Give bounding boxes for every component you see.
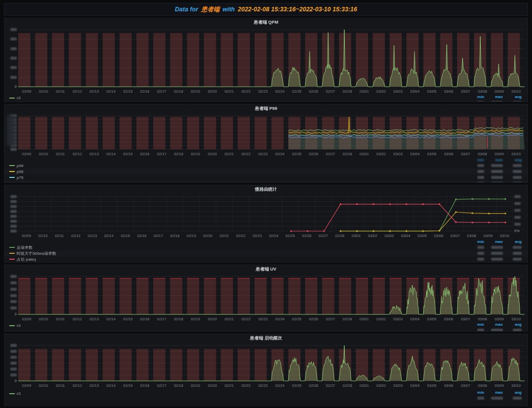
legend-dash (9, 393, 15, 394)
legend-item[interactable]: c1 (9, 391, 21, 396)
stats-block: minmaxavg (466, 322, 522, 331)
x-tick-label: 02/23 (255, 89, 271, 94)
legend-label: c1 (17, 391, 21, 396)
stat-cell (503, 170, 522, 173)
y-tick-label-blurred (514, 216, 521, 219)
stat-cell (484, 170, 503, 173)
legend-row[interactable]: 占比 (ratio) (4, 256, 528, 262)
x-tick-label: 02/21 (221, 152, 237, 156)
x-tick-label: 02/17 (153, 152, 170, 156)
y-tick-label-blurred (10, 306, 17, 309)
stat-cell (503, 258, 522, 261)
y-tick-label-blurred (10, 28, 17, 31)
stats-headers: minmaxavg (4, 238, 528, 244)
stat-cell (503, 329, 522, 331)
x-tick-label: 02/28 (332, 234, 348, 238)
stat-cell (503, 176, 522, 179)
x-tick-label: 03/03 (390, 152, 406, 156)
x-tick-label: 02/10 (34, 234, 51, 238)
x-tick-label: 02/26 (305, 152, 322, 156)
x-tick-label: 03/03 (390, 383, 406, 388)
x-tick-label: 02/20 (204, 317, 221, 321)
stat-value-blurred (491, 246, 503, 249)
x-tick-label: 03/06 (440, 89, 457, 94)
legend: minmaxavg总请求数时延大于500ms请求数占比 (ratio) (4, 238, 528, 262)
chart-canvas (18, 273, 525, 316)
stat-cell (466, 252, 484, 255)
x-tick-label: 02/25 (288, 152, 305, 156)
x-tick-label: 03/01 (356, 89, 372, 94)
redacted-smudge (7, 115, 15, 146)
chart-plot[interactable] (18, 193, 513, 233)
legend-row[interactable]: 时延大于500ms请求数 (4, 250, 528, 256)
chart-plot[interactable] (18, 342, 525, 382)
x-axis: 02/0902/1002/1102/1202/1302/1402/1502/16… (18, 233, 513, 238)
legend-label: 总请求数 (17, 245, 33, 250)
legend-row[interactable]: p75 (4, 174, 528, 180)
panel-title[interactable]: 患者端 P99 (4, 104, 528, 112)
stat-cell (466, 258, 484, 261)
panel-title[interactable]: 患者端 UV (4, 265, 528, 273)
x-axis: 02/0902/1002/1102/1202/1302/1402/1502/16… (18, 382, 525, 388)
panel-title[interactable]: 慢路由统计 (4, 185, 528, 193)
y-tick-label-blurred (10, 230, 17, 233)
x-tick-label: 03/02 (373, 89, 390, 94)
x-tick-label: 03/03 (390, 89, 406, 94)
x-tick-label: 02/16 (136, 383, 153, 388)
x-tick-label: 03/02 (373, 152, 390, 156)
panel-title[interactable]: 患者端 启动频次 (4, 334, 528, 342)
legend-item[interactable]: c1 (9, 96, 21, 100)
x-tick-label: 02/18 (166, 234, 183, 238)
header-prefix: Data for (175, 6, 198, 13)
x-tick-label: 03/07 (457, 317, 474, 321)
stat-cell (503, 246, 522, 249)
x-tick-label: 02/26 (299, 234, 315, 238)
y-tick-label-blurred (10, 362, 17, 365)
legend-row[interactable]: 总请求数 (4, 244, 528, 250)
x-tick-label: 02/12 (67, 234, 84, 238)
y-tick-label: 0 (15, 378, 17, 383)
x-axis: 02/0902/1002/1102/1202/1302/1402/1502/16… (18, 88, 525, 94)
x-tick-label: 02/16 (136, 317, 153, 321)
x-tick-label: 02/19 (187, 383, 204, 388)
y-tick-label-blurred (514, 223, 521, 226)
panel-launch: 患者端 启动频次 0 02/0902/1002/1102/1202/1302/1… (4, 334, 528, 406)
x-tick-label: 02/25 (288, 89, 305, 94)
x-tick-label: 02/13 (86, 152, 102, 156)
stat-value-blurred (513, 164, 522, 167)
stat-value-blurred (513, 176, 522, 179)
chart-plot[interactable] (18, 112, 525, 151)
y-tick-label-blurred (10, 344, 17, 347)
x-tick-label: 02/15 (117, 234, 133, 238)
legend-row[interactable]: p95 (4, 169, 528, 174)
x-tick-label: 02/27 (322, 317, 339, 321)
stats-values-row (466, 397, 522, 400)
x-tick-label: 03/06 (431, 234, 447, 238)
y-axis-right: 0% (513, 193, 528, 233)
stat-header: max (484, 390, 503, 395)
stat-cell (484, 101, 503, 102)
stat-value-blurred (477, 170, 484, 173)
x-tick-label: 02/24 (271, 383, 288, 388)
x-axis: 02/0902/1002/1102/1202/1302/1402/1502/16… (18, 316, 525, 322)
x-tick-label: 02/11 (52, 89, 69, 94)
stats-block: minmaxavg (466, 390, 522, 400)
x-tick-label: 03/10 (508, 317, 525, 321)
chart-plot[interactable] (18, 273, 525, 316)
stat-cell (484, 329, 503, 331)
stat-value-blurred (513, 397, 522, 400)
legend-label: p50 (17, 181, 23, 183)
panel-title[interactable]: 患者端 QPM (4, 18, 528, 26)
legend-item[interactable]: c1 (9, 323, 21, 328)
x-tick-label: 02/23 (249, 234, 266, 238)
y-tick-label-blurred (10, 215, 17, 218)
chart-plot[interactable] (18, 26, 525, 88)
x-tick-label: 03/02 (373, 383, 390, 388)
x-tick-label: 02/19 (187, 317, 204, 321)
legend-row[interactable]: p99 (4, 163, 528, 169)
x-tick-label: 02/13 (86, 383, 102, 388)
x-tick-label: 02/14 (102, 89, 119, 94)
y-tick-label-blurred (10, 57, 17, 60)
legend-row[interactable]: p50 (4, 180, 528, 182)
x-tick-label: 02/14 (102, 152, 119, 156)
